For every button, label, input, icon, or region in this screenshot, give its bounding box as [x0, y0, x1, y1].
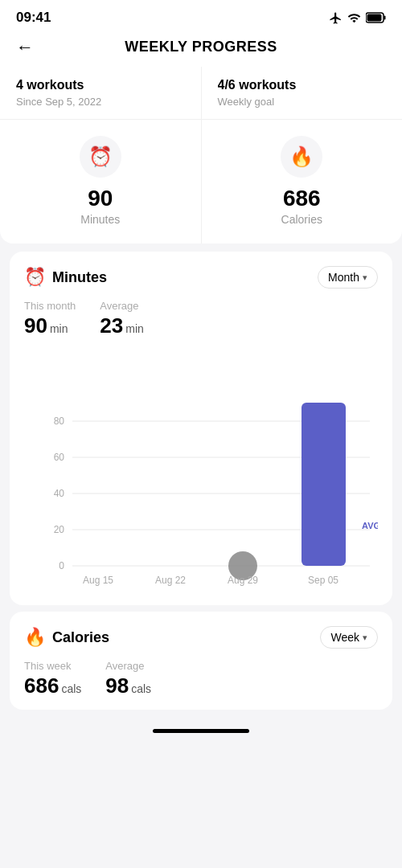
calories-this-week: This week 686cals — [24, 660, 81, 698]
minutes-period-label: Month — [328, 271, 359, 284]
this-month-value: 90 — [24, 313, 47, 338]
minutes-label: Minutes — [80, 213, 120, 226]
back-button[interactable]: ← — [16, 37, 34, 58]
minutes-this-month: This month 90min — [24, 300, 76, 338]
workouts-stat: 4 workouts Since Sep 5, 2022 — [0, 67, 202, 120]
svg-text:AVG: AVG — [362, 521, 378, 530]
calories-section-title: Calories — [52, 629, 109, 646]
calories-period-chevron: ▾ — [363, 633, 367, 643]
average-value: 23 — [100, 313, 123, 338]
status-icons — [329, 11, 386, 25]
stats-bottom-row: ⏰ 90 Minutes 🔥 686 Calories — [0, 120, 402, 244]
minutes-value: 90 — [88, 186, 113, 211]
svg-text:40: 40 — [54, 488, 65, 499]
this-month-label: This month — [24, 300, 76, 312]
minutes-section-title: Minutes — [52, 269, 107, 286]
minutes-section: ⏰ Minutes Month ▾ This month 90min Avera… — [10, 252, 392, 605]
calories-value: 686 — [283, 186, 321, 211]
minutes-average: Average 23min — [100, 300, 143, 338]
minutes-chart-svg: 0 20 40 60 80 AVG Aug 15 Aug 22 Aug 29 S… — [24, 353, 378, 594]
weekly-goal-stat: 4/6 workouts Weekly goal — [202, 67, 403, 120]
svg-text:20: 20 — [54, 524, 65, 535]
this-week-label: This week — [24, 660, 81, 672]
calories-section-header: 🔥 Calories Week ▾ — [24, 626, 378, 649]
weekly-goal-label: 4/6 workouts — [218, 78, 387, 92]
cal-average-unit: cals — [131, 682, 151, 695]
calories-average: Average 98cals — [105, 660, 151, 698]
minutes-section-header: ⏰ Minutes Month ▾ — [24, 266, 378, 289]
svg-text:Aug 15: Aug 15 — [83, 575, 113, 586]
calories-label: Calories — [281, 213, 322, 226]
page-title: WEEKLY PROGRESS — [125, 39, 277, 55]
svg-text:Aug 29: Aug 29 — [228, 575, 258, 586]
workouts-sub: Since Sep 5, 2022 — [16, 96, 185, 108]
this-week-unit: cals — [61, 682, 81, 695]
minutes-metric: ⏰ 90 Minutes — [0, 120, 202, 244]
minutes-stats-row: This month 90min Average 23min — [24, 300, 378, 338]
minutes-icon: ⏰ — [80, 136, 121, 178]
svg-rect-1 — [384, 16, 386, 20]
calories-section: 🔥 Calories Week ▾ This week 686cals Aver… — [10, 612, 392, 710]
svg-rect-2 — [367, 14, 382, 22]
minutes-chart: 0 20 40 60 80 AVG Aug 15 Aug 22 Aug 29 S… — [24, 353, 378, 594]
svg-rect-15 — [302, 403, 346, 566]
stats-card: 4 workouts Since Sep 5, 2022 4/6 workout… — [0, 67, 402, 244]
minutes-period-selector[interactable]: Month ▾ — [318, 266, 378, 289]
status-time: 09:41 — [16, 10, 51, 26]
svg-text:60: 60 — [54, 452, 65, 463]
home-bar — [153, 729, 249, 733]
calories-period-label: Week — [330, 631, 359, 644]
calories-section-icon: 🔥 — [24, 627, 46, 648]
status-bar: 09:41 — [0, 0, 402, 31]
battery-icon — [366, 12, 386, 23]
cal-average-value: 98 — [105, 674, 129, 698]
stats-top-row: 4 workouts Since Sep 5, 2022 4/6 workout… — [0, 67, 402, 120]
svg-text:0: 0 — [59, 560, 64, 571]
calories-metric: 🔥 686 Calories — [202, 120, 403, 244]
calories-title-row: 🔥 Calories — [24, 627, 109, 648]
wifi-icon — [347, 11, 361, 25]
cal-average-label: Average — [105, 660, 151, 672]
svg-text:Aug 22: Aug 22 — [155, 575, 186, 586]
home-indicator — [0, 716, 402, 741]
svg-text:Sep 05: Sep 05 — [308, 575, 338, 586]
calories-period-selector[interactable]: Week ▾ — [320, 626, 378, 649]
weekly-goal-sub: Weekly goal — [218, 96, 387, 108]
header: ← WEEKLY PROGRESS — [0, 31, 402, 67]
airplane-icon — [329, 11, 343, 25]
minutes-period-chevron: ▾ — [363, 272, 367, 283]
calories-icon: 🔥 — [281, 136, 322, 178]
workouts-label: 4 workouts — [16, 78, 185, 92]
svg-text:80: 80 — [54, 416, 65, 427]
average-unit: min — [125, 322, 144, 335]
this-week-value: 686 — [24, 674, 59, 698]
minutes-section-icon: ⏰ — [24, 267, 46, 288]
average-label: Average — [100, 300, 143, 312]
calories-stats-row: This week 686cals Average 98cals — [24, 660, 378, 698]
this-month-unit: min — [50, 322, 68, 335]
minutes-title-row: ⏰ Minutes — [24, 267, 107, 288]
